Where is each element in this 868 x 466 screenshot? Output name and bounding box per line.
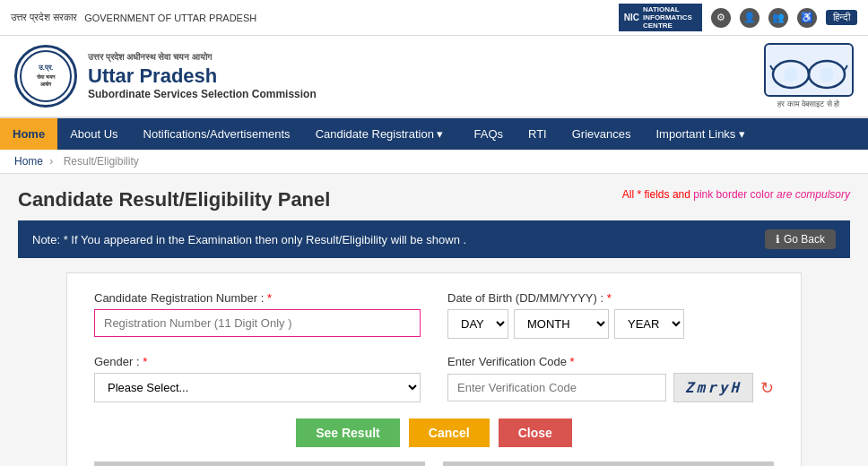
close-button[interactable]: Close (499, 419, 572, 447)
header-right: हर काम वेबसाइट से हो (764, 43, 854, 109)
svg-line-7 (770, 65, 773, 70)
gov-hindi: उत्तर प्रदेश सरकार (11, 12, 77, 23)
breadcrumb-current: Result/Eligibility (64, 155, 139, 168)
hindi-button[interactable]: हिन्दी (826, 10, 857, 25)
captcha-image: ZmryH (673, 373, 753, 402)
nav-grievances[interactable]: Grievances (560, 118, 644, 150)
main-nav: Home About Us Notifications/Advertisemen… (0, 118, 868, 150)
gender-select[interactable]: Please Select... Male Female Other (94, 373, 421, 402)
dob-year-select[interactable]: YEAR (614, 309, 684, 339)
gender-label: Gender : * (94, 355, 421, 368)
go-back-button[interactable]: ℹ Go Back (765, 229, 836, 249)
reg-required: * (267, 291, 272, 305)
gov-label: GOVERNMENT OF UTTAR PRADESH (84, 13, 256, 23)
required-note: All * fields and pink border color are c… (622, 188, 850, 201)
note-text: Note: * If You appeared in the Examinati… (32, 233, 466, 246)
form-buttons: See Result Cancel Close (94, 419, 774, 447)
verification-group: Enter Verification Code * ZmryH ↻ (447, 355, 774, 402)
see-result-button[interactable]: See Result (296, 419, 400, 447)
nav-about[interactable]: About Us (57, 118, 130, 150)
breadcrumb-separator: › (49, 155, 53, 168)
compulsory-note: are compulsory (777, 188, 850, 201)
go-back-label: Go Back (784, 233, 825, 246)
nic-logo: NIC NATIONAL INFORMATICS CENTRE (619, 4, 702, 31)
dob-day-select[interactable]: DAY (447, 309, 508, 339)
form-panel: Candidate Registration Number : * Date o… (66, 272, 802, 466)
nav-links[interactable]: Important Links ▾ (643, 118, 758, 150)
breadcrumb-home[interactable]: Home (14, 155, 43, 168)
accessibility-icon[interactable]: ♿ (797, 8, 817, 28)
know-registration-button[interactable]: Know your Registration Number ➜ (94, 462, 425, 466)
reg-label: Candidate Registration Number : * (94, 291, 421, 305)
reg-number-group: Candidate Registration Number : * (94, 291, 421, 339)
settings-icon[interactable]: ⚙ (711, 8, 731, 28)
page-title: Candidate Result/Eligibility Panel (18, 188, 330, 211)
site-header: उ.प्र. सेवा चयन आयोग उत्तर प्रदेश अधीनस्… (0, 36, 868, 118)
svg-text:उ.प्र.: उ.प्र. (38, 64, 53, 72)
dob-label: Date of Birth (DD/MM/YYYY) : * (447, 291, 774, 305)
page-header: Candidate Result/Eligibility Panel All *… (18, 188, 850, 211)
org-logo: उ.प्र. सेवा चयन आयोग (14, 45, 77, 108)
header-text: उत्तर प्रदेश अधीनस्थ सेवा चयन आयोग Uttar… (88, 52, 317, 100)
org-name: Uttar Pradesh (88, 65, 317, 88)
nav-faqs[interactable]: FAQs (462, 118, 516, 150)
header-right-tagline: हर काम वेबसाइट से हो (764, 99, 854, 109)
header-left: उ.प्र. सेवा चयन आयोग उत्तर प्रदेश अधीनस्… (14, 45, 317, 108)
reg-number-input[interactable] (94, 309, 421, 337)
org-subtitle: Subordinate Services Selection Commissio… (88, 88, 317, 100)
dob-group: Date of Birth (DD/MM/YYYY) : * DAY MONTH… (447, 291, 774, 339)
svg-text:सेवा चयन: सेवा चयन (36, 73, 56, 80)
nav-candidate-reg[interactable]: Candidate Registration ▾ (303, 118, 462, 150)
action-row: Know your Registration Number ➜ View App… (94, 462, 774, 466)
svg-point-9 (784, 67, 798, 82)
verification-required: * (570, 355, 575, 368)
breadcrumb: Home › Result/Eligibility (0, 150, 868, 174)
top-bar-right: NIC NATIONAL INFORMATICS CENTRE ⚙ 👤 👥 ♿ … (619, 4, 857, 31)
nic-full: NATIONAL INFORMATICS CENTRE (643, 5, 697, 30)
required-asterisk: All * fields and (622, 188, 690, 201)
verification-input-group: ZmryH ↻ (447, 373, 774, 402)
verification-input[interactable] (447, 374, 666, 401)
view-status-button[interactable]: View Application Status ➜ (443, 462, 774, 466)
nic-text: NIC (624, 13, 639, 22)
cancel-button[interactable]: Cancel (409, 419, 490, 447)
glasses-icon (764, 43, 854, 97)
group-icon[interactable]: 👥 (768, 8, 788, 28)
top-bar-left: उत्तर प्रदेश सरकार GOVERNMENT OF UTTAR P… (11, 12, 256, 23)
top-bar: उत्तर प्रदेश सरकार GOVERNMENT OF UTTAR P… (0, 0, 868, 36)
svg-line-8 (845, 65, 847, 70)
dob-month-select[interactable]: MONTH JanuaryFebruaryMarch AprilMayJune … (514, 309, 609, 339)
dob-selects: DAY MONTH JanuaryFebruaryMarch AprilMayJ… (447, 309, 774, 339)
gender-group: Gender : * Please Select... Male Female … (94, 355, 421, 402)
back-icon: ℹ (776, 233, 780, 246)
dob-required: * (607, 291, 612, 305)
verification-label: Enter Verification Code * (447, 355, 774, 368)
person-icon[interactable]: 👤 (740, 8, 760, 28)
main-content: Candidate Result/Eligibility Panel All *… (0, 174, 868, 466)
captcha-refresh-button[interactable]: ↻ (760, 378, 774, 398)
gender-required: * (143, 355, 147, 368)
nav-rti[interactable]: RTI (516, 118, 560, 150)
svg-text:आयोग: आयोग (40, 81, 52, 87)
note-bar: Note: * If You appeared in the Examinati… (18, 220, 850, 258)
form-row-1: Candidate Registration Number : * Date o… (94, 291, 774, 339)
svg-point-10 (820, 67, 834, 82)
pink-border-note: pink border color (693, 188, 777, 201)
org-hindi-name: उत्तर प्रदेश अधीनस्थ सेवा चयन आयोग (88, 52, 317, 63)
nav-notifications[interactable]: Notifications/Advertisements (131, 118, 303, 150)
nav-home[interactable]: Home (0, 118, 57, 150)
form-row-2: Gender : * Please Select... Male Female … (94, 355, 774, 402)
